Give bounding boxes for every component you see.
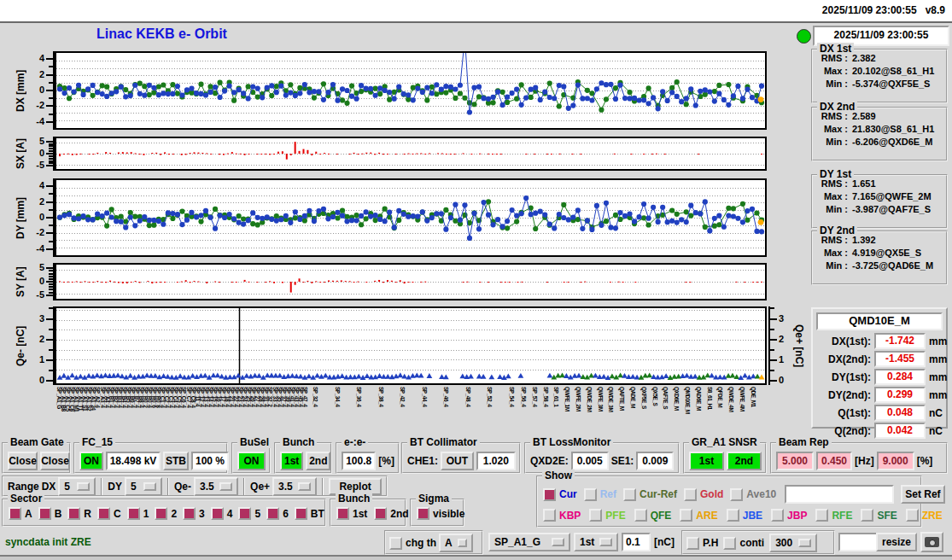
dropdown-indicator <box>552 538 564 546</box>
sector-checkbox-bt[interactable]: BT <box>295 507 324 520</box>
sector-checkbox-5[interactable]: 5 <box>238 507 260 520</box>
tick-label: 2 <box>26 196 44 207</box>
status-message: syncdata init ZRE <box>5 536 91 548</box>
sector-checkbox-r[interactable]: R <box>67 507 91 520</box>
tick-label: -5 <box>26 289 44 300</box>
checkbox-label: JBE <box>743 510 762 522</box>
beam-gate-close-2-button[interactable]: Close <box>40 452 70 470</box>
snsr-2nd-button[interactable]: 2nd <box>727 452 762 470</box>
bunch-checkbox-1st[interactable]: 1st <box>336 507 367 520</box>
snsr-1st-button[interactable]: 1st <box>689 452 724 470</box>
range-dx-dropdown[interactable]: 5 <box>58 477 96 496</box>
range-qe-minus-label: Qe- <box>174 481 191 493</box>
group-label: Sector <box>8 493 44 505</box>
tick-label: 3 <box>779 313 797 324</box>
tick-mark <box>49 292 53 294</box>
show-checkbox-ave10[interactable]: Ave10 <box>730 488 776 501</box>
beam-rep-field-2: 0.450 <box>816 452 852 470</box>
checkbox-label: 1 <box>143 508 149 520</box>
top-datetime-text: 2025/11/09 23:00:55 <box>822 4 917 16</box>
bunch-checkbox-2nd[interactable]: 2nd <box>374 507 408 520</box>
range-qe-minus-dropdown[interactable]: 3.5 <box>194 477 238 496</box>
threshold-input[interactable] <box>622 533 651 551</box>
show-checkbox-pfe[interactable]: PFE <box>589 509 625 522</box>
sector-checkbox-c[interactable]: C <box>97 507 121 520</box>
x-axis-label: QWFE_2M <box>575 387 581 411</box>
sigma-visible-checkbox[interactable]: visible <box>417 507 464 520</box>
qxd2e-label: QXD2E: <box>530 455 569 467</box>
range-dy-dropdown[interactable]: 5 <box>125 477 162 496</box>
bunch-sel-dropdown[interactable]: 1st <box>574 533 618 551</box>
bunch-2nd-button[interactable]: 2nd <box>306 452 330 470</box>
tick-mark <box>770 307 774 309</box>
show-checkbox-jbp[interactable]: JBP <box>771 509 807 522</box>
tick-mark <box>49 143 53 145</box>
show-checkbox-qfe[interactable]: QFE <box>634 509 672 522</box>
monitor-row: DY(2nd):0.299mm <box>816 387 943 403</box>
checkbox-indicator <box>127 507 140 520</box>
tick-mark <box>49 289 53 290</box>
tick-mark <box>46 359 53 361</box>
beam-gate-close-1-button[interactable]: Close <box>8 452 38 470</box>
show-checkbox-kbp[interactable]: KBP <box>543 509 581 522</box>
sector-checkbox-2[interactable]: 2 <box>155 507 177 520</box>
show-checkbox-sfe[interactable]: SFE <box>861 509 897 522</box>
conti-checkbox[interactable]: conti <box>723 537 764 550</box>
sector-checkbox-3[interactable]: 3 <box>183 507 205 520</box>
sector-checkbox-1[interactable]: 1 <box>127 507 149 520</box>
che1-out-button[interactable]: OUT <box>441 452 474 470</box>
x-axis-label: QFDE_M <box>717 387 723 407</box>
dropdown-indicator <box>298 482 311 491</box>
show-checkbox-cur-ref[interactable]: Cur-Ref <box>623 488 677 501</box>
range-qe-plus-dropdown[interactable]: 3.5 <box>272 477 317 496</box>
show-checkbox-jbe[interactable]: JBE <box>727 509 762 522</box>
sector-checkbox-4[interactable]: 4 <box>211 507 233 520</box>
checkbox-label: PFE <box>605 510 625 522</box>
show-checkbox-ref[interactable]: Ref <box>584 488 616 501</box>
stat-value: 21.830@S8_61_H1 <box>852 124 934 134</box>
sector-checkbox-a[interactable]: A <box>9 507 32 520</box>
tick-mark <box>49 370 53 371</box>
tick-mark <box>49 349 53 351</box>
checkbox-indicator <box>211 507 224 520</box>
th-select-dropdown[interactable]: A <box>439 534 473 552</box>
sector-checkbox-b[interactable]: B <box>38 507 62 520</box>
ph-checkbox[interactable]: P.H <box>686 537 718 550</box>
show-checkbox-rfe[interactable]: RFE <box>815 509 852 522</box>
monitor-row-value: 0.299 <box>874 387 926 403</box>
ref-name-input[interactable] <box>785 485 894 504</box>
sector-checkbox-6[interactable]: 6 <box>266 507 289 520</box>
show-checkbox-zre[interactable]: ZRE <box>906 509 943 522</box>
monitor-row-label: DX(1st): <box>816 335 871 347</box>
monitor-row-value: 0.048 <box>874 405 926 421</box>
checkbox-label: C <box>114 508 121 520</box>
resize-button[interactable]: resize <box>876 533 917 551</box>
monitor-row-unit: nC <box>929 425 943 437</box>
checkbox-indicator <box>543 509 556 522</box>
stat-box-title: DY 2nd <box>817 225 857 236</box>
top-bar: 2025/11/09 23:00:55 v8.9 <box>0 0 952 23</box>
fc15-on-button[interactable]: ON <box>79 452 103 470</box>
show-checkbox-cur[interactable]: Cur <box>543 488 577 501</box>
set-ref-button[interactable]: Set Ref <box>901 485 944 504</box>
checkbox-indicator <box>815 509 828 522</box>
tick-mark <box>46 318 53 320</box>
show-checkbox-are[interactable]: ARE <box>680 509 717 522</box>
checkbox-indicator <box>266 507 279 520</box>
show-checkbox-gold[interactable]: Gold <box>684 488 723 501</box>
tick-mark <box>46 281 53 283</box>
count-dropdown[interactable]: 300 <box>769 534 817 552</box>
checkbox-indicator <box>623 488 636 501</box>
busel-on-button[interactable]: ON <box>237 452 266 470</box>
monitor-row-value: -1.742 <box>874 333 926 349</box>
sp-monitor-dropdown[interactable]: SP_A1_G <box>488 533 570 551</box>
tick-label: 2 <box>26 69 44 79</box>
stat-value: 7.165@QWFE_2M <box>852 191 932 201</box>
chg-th-checkbox[interactable]: chg th <box>389 537 436 550</box>
fc15-kv-field: 18.498 kV <box>106 452 161 470</box>
fc15-stb-button[interactable]: STB <box>163 452 189 470</box>
screenshot-button[interactable] <box>920 532 943 552</box>
bunch-1st-button[interactable]: 1st <box>280 452 303 470</box>
tick-mark <box>46 74 53 76</box>
che1-value-field: 1.020 <box>476 452 516 470</box>
